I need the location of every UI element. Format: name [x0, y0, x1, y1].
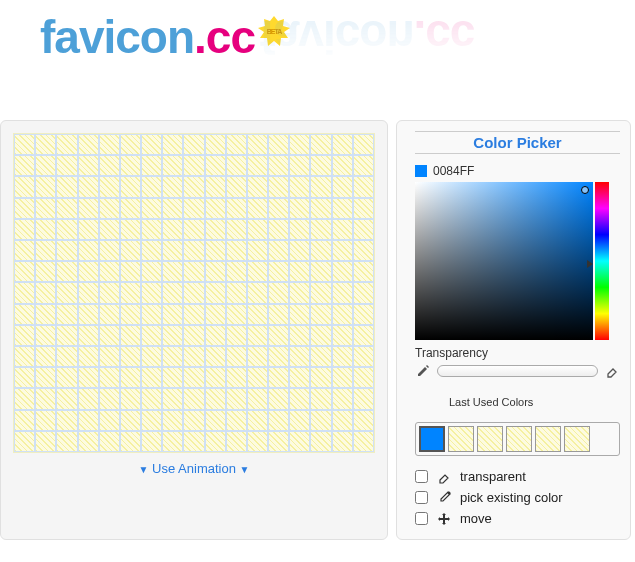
pixel-cell[interactable]: [289, 176, 310, 197]
pixel-cell[interactable]: [141, 410, 162, 431]
move-checkbox[interactable]: [415, 512, 428, 525]
pixel-cell[interactable]: [226, 410, 247, 431]
pixel-cell[interactable]: [268, 261, 289, 282]
option-pick-color[interactable]: pick existing color: [415, 487, 620, 508]
pixel-cell[interactable]: [14, 346, 35, 367]
pixel-cell[interactable]: [99, 410, 120, 431]
pixel-cell[interactable]: [141, 176, 162, 197]
pixel-cell[interactable]: [226, 325, 247, 346]
pixel-cell[interactable]: [310, 134, 331, 155]
hue-strip[interactable]: [595, 182, 609, 340]
pixel-cell[interactable]: [310, 176, 331, 197]
pixel-cell[interactable]: [205, 325, 226, 346]
pixel-cell[interactable]: [268, 198, 289, 219]
pixel-cell[interactable]: [162, 325, 183, 346]
option-move[interactable]: move: [415, 508, 620, 529]
pixel-cell[interactable]: [141, 282, 162, 303]
pixel-cell[interactable]: [332, 367, 353, 388]
pixel-cell[interactable]: [56, 155, 77, 176]
pixel-cell[interactable]: [35, 325, 56, 346]
pixel-cell[interactable]: [183, 219, 204, 240]
pixel-cell[interactable]: [78, 388, 99, 409]
pixel-cell[interactable]: [268, 240, 289, 261]
pixel-cell[interactable]: [56, 431, 77, 452]
pixel-cell[interactable]: [56, 134, 77, 155]
pixel-cell[interactable]: [226, 134, 247, 155]
pixel-cell[interactable]: [14, 134, 35, 155]
pixel-cell[interactable]: [310, 431, 331, 452]
pixel-cell[interactable]: [14, 198, 35, 219]
use-animation-toggle[interactable]: ▼ Use Animation ▼: [13, 453, 375, 476]
pixel-cell[interactable]: [183, 261, 204, 282]
last-color-swatch[interactable]: [535, 426, 561, 452]
pixel-cell[interactable]: [120, 410, 141, 431]
pixel-cell[interactable]: [56, 219, 77, 240]
pixel-cell[interactable]: [35, 282, 56, 303]
pixel-cell[interactable]: [205, 261, 226, 282]
pixel-cell[interactable]: [78, 155, 99, 176]
pixel-cell[interactable]: [247, 219, 268, 240]
pixel-cell[interactable]: [56, 388, 77, 409]
pixel-cell[interactable]: [14, 431, 35, 452]
pixel-cell[interactable]: [310, 282, 331, 303]
pixel-cell[interactable]: [78, 134, 99, 155]
pixel-cell[interactable]: [226, 367, 247, 388]
pixel-cell[interactable]: [78, 282, 99, 303]
pixel-cell[interactable]: [332, 282, 353, 303]
pixel-cell[interactable]: [120, 176, 141, 197]
pixel-cell[interactable]: [120, 325, 141, 346]
pixel-cell[interactable]: [353, 282, 374, 303]
pixel-cell[interactable]: [353, 219, 374, 240]
saturation-value-box[interactable]: [415, 182, 593, 340]
pixel-cell[interactable]: [35, 388, 56, 409]
pixel-cell[interactable]: [205, 176, 226, 197]
pixel-cell[interactable]: [247, 198, 268, 219]
pixel-cell[interactable]: [14, 388, 35, 409]
pixel-cell[interactable]: [268, 282, 289, 303]
pixel-cell[interactable]: [332, 240, 353, 261]
pixel-cell[interactable]: [183, 134, 204, 155]
pixel-cell[interactable]: [99, 431, 120, 452]
pixel-cell[interactable]: [289, 325, 310, 346]
pixel-cell[interactable]: [353, 410, 374, 431]
pixel-cell[interactable]: [99, 367, 120, 388]
pixel-cell[interactable]: [353, 155, 374, 176]
pixel-cell[interactable]: [289, 410, 310, 431]
pixel-cell[interactable]: [162, 346, 183, 367]
pixel-cell[interactable]: [247, 388, 268, 409]
pixel-cell[interactable]: [141, 155, 162, 176]
pixel-cell[interactable]: [162, 367, 183, 388]
pixel-cell[interactable]: [78, 431, 99, 452]
pixel-cell[interactable]: [205, 367, 226, 388]
pixel-cell[interactable]: [353, 240, 374, 261]
pixel-cell[interactable]: [35, 261, 56, 282]
pixel-cell[interactable]: [56, 261, 77, 282]
pixel-cell[interactable]: [332, 431, 353, 452]
pixel-cell[interactable]: [78, 325, 99, 346]
pixel-cell[interactable]: [99, 261, 120, 282]
pixel-cell[interactable]: [35, 346, 56, 367]
pixel-cell[interactable]: [35, 176, 56, 197]
pixel-cell[interactable]: [289, 388, 310, 409]
pixel-cell[interactable]: [14, 325, 35, 346]
pixel-cell[interactable]: [162, 431, 183, 452]
pixel-cell[interactable]: [120, 134, 141, 155]
pixel-cell[interactable]: [332, 325, 353, 346]
pixel-cell[interactable]: [35, 431, 56, 452]
pixel-cell[interactable]: [332, 176, 353, 197]
pixel-cell[interactable]: [289, 346, 310, 367]
pixel-cell[interactable]: [35, 134, 56, 155]
pixel-cell[interactable]: [310, 261, 331, 282]
pixel-cell[interactable]: [99, 388, 120, 409]
pixel-cell[interactable]: [332, 410, 353, 431]
pixel-cell[interactable]: [183, 388, 204, 409]
pixel-cell[interactable]: [226, 282, 247, 303]
pixel-cell[interactable]: [56, 304, 77, 325]
pixel-cell[interactable]: [99, 198, 120, 219]
pixel-cell[interactable]: [205, 134, 226, 155]
pixel-cell[interactable]: [14, 367, 35, 388]
pixel-cell[interactable]: [205, 388, 226, 409]
pixel-cell[interactable]: [141, 261, 162, 282]
last-color-swatch[interactable]: [564, 426, 590, 452]
pixel-cell[interactable]: [332, 198, 353, 219]
